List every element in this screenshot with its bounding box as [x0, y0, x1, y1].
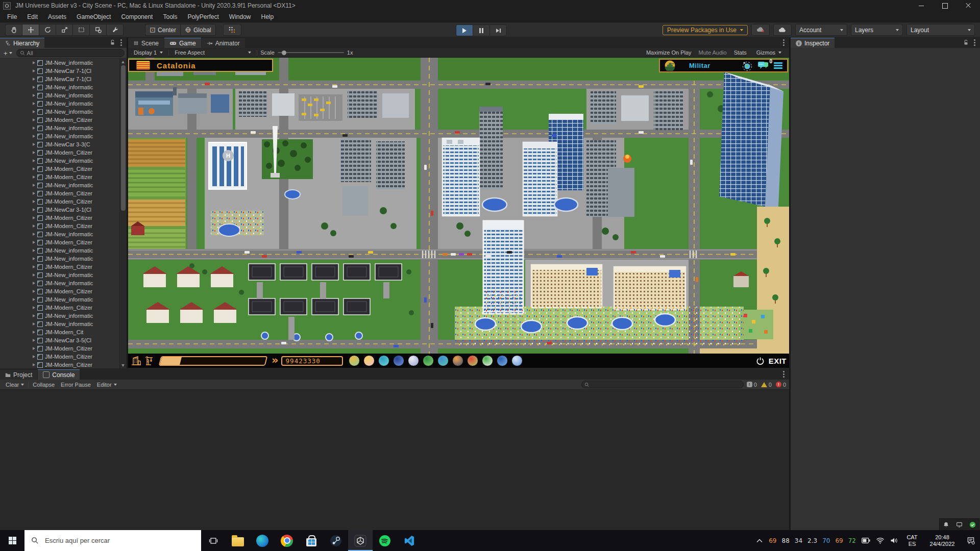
volume-icon[interactable] [887, 530, 901, 551]
maximize-on-play-toggle[interactable]: Maximize On Play [646, 49, 692, 56]
menu-gameobject[interactable]: GameObject [71, 13, 116, 20]
hand-tool-icon[interactable] [5, 24, 22, 36]
economy-globe-icon[interactable] [349, 355, 360, 366]
expand-arrow-icon[interactable] [33, 86, 35, 89]
expand-arrow-icon[interactable] [33, 298, 35, 301]
pivot-global-button[interactable]: Global [180, 24, 216, 36]
space-astronaut-icon[interactable] [408, 355, 419, 366]
step-button[interactable] [489, 24, 507, 36]
expand-arrow-icon[interactable] [33, 322, 35, 325]
menu-component[interactable]: Component [116, 13, 158, 20]
menu-assets[interactable]: Assets [43, 13, 71, 20]
check-circle-icon[interactable] [969, 521, 976, 528]
expand-arrow-icon[interactable] [33, 61, 35, 64]
menu-polyperfect[interactable]: PolyPerfect [182, 13, 224, 20]
microsoft-store-icon[interactable] [299, 530, 324, 551]
tab-animator[interactable]: Animator [202, 38, 245, 48]
preview-packages-button[interactable]: Preview Packages in Use [663, 25, 748, 35]
expand-arrow-icon[interactable] [33, 290, 35, 293]
menu-help[interactable]: Help [256, 13, 279, 20]
city-services-icon[interactable] [497, 355, 508, 366]
tab-scene[interactable]: Scene [128, 38, 164, 48]
collab-icon[interactable] [751, 24, 770, 36]
maximize-icon[interactable] [933, 0, 957, 11]
aspect-dropdown[interactable]: Free Aspect [172, 49, 254, 56]
expand-arrow-icon[interactable] [33, 216, 35, 219]
build-city-icon[interactable] [131, 356, 141, 366]
console-menu-icon[interactable] [783, 373, 785, 375]
custom-tool-icon[interactable] [106, 24, 124, 36]
pause-button[interactable] [473, 24, 489, 36]
hierarchy-item[interactable]: JM-New_informatic [0, 108, 127, 116]
hierarchy-item[interactable]: JM-Modern_Citizer [0, 214, 127, 222]
hierarchy-menu-icon[interactable] [120, 42, 122, 43]
technology-chip-icon[interactable] [393, 355, 404, 366]
scale-tool-icon[interactable] [56, 24, 72, 36]
scroll-up-icon[interactable] [121, 61, 125, 63]
hierarchy-item[interactable]: JM-New_informatic [0, 230, 127, 238]
unity-editor-icon[interactable] [348, 530, 373, 551]
account-dropdown[interactable]: Account [795, 24, 847, 36]
expand-arrow-icon[interactable] [33, 135, 35, 138]
console-search-field[interactable] [591, 381, 741, 388]
stats-toggle[interactable]: Stats [734, 49, 747, 56]
hierarchy-item[interactable]: JM-New_informatic [0, 279, 127, 287]
play-button[interactable] [456, 24, 473, 36]
hierarchy-item[interactable]: JM-Modern_Citizer [0, 238, 127, 246]
world-map-icon[interactable] [437, 355, 449, 366]
collapse-toggle[interactable]: Collapse [30, 381, 58, 388]
clock[interactable]: 20:48 24/4/2022 [923, 534, 962, 547]
hierarchy-item[interactable]: JM-New_informatic [0, 271, 127, 279]
start-button[interactable] [0, 530, 24, 551]
hierarchy-item[interactable]: JM-New_informatic [0, 181, 127, 189]
city-render[interactable]: H [128, 58, 789, 368]
tab-hierarchy[interactable]: Hierarchy [0, 38, 44, 48]
hierarchy-item[interactable]: JM-New_informatic [0, 99, 127, 108]
lock-icon[interactable] [110, 39, 115, 45]
expand-arrow-icon[interactable] [33, 314, 35, 317]
agriculture-icon[interactable] [423, 355, 434, 366]
expand-arrow-icon[interactable] [33, 363, 35, 366]
faction-panel[interactable]: Militar 0 [659, 59, 788, 72]
hierarchy-item[interactable]: JM-Modern_Citizer [0, 361, 127, 369]
hierarchy-item[interactable]: JM-Modern_Citizer [0, 263, 127, 271]
console-search-input[interactable] [581, 381, 744, 388]
menu-file[interactable]: File [2, 13, 22, 20]
hierarchy-item[interactable]: JM-NewCar 3-1(Cl [0, 206, 127, 214]
hierarchy-item[interactable]: JM-Modern_Citizer [0, 304, 127, 312]
statistics-chart-icon[interactable] [482, 355, 493, 366]
expand-arrow-icon[interactable] [33, 249, 35, 252]
expand-arrow-icon[interactable] [33, 176, 35, 179]
expand-arrow-icon[interactable] [33, 306, 35, 309]
wifi-icon[interactable] [873, 530, 887, 551]
tab-inspector[interactable]: i Inspector [791, 38, 835, 48]
inspector-menu-icon[interactable] [974, 42, 975, 43]
hierarchy-item[interactable]: JM-Modern_Citizer [0, 287, 127, 295]
layout-dropdown[interactable]: Layout [906, 24, 975, 36]
rect-tool-icon[interactable] [72, 24, 89, 36]
hierarchy-item[interactable]: JM-New_informatic [0, 255, 127, 263]
notification-muted-icon[interactable] [943, 521, 949, 528]
hierarchy-item[interactable]: JM-Modern_Citizer [0, 197, 127, 206]
minimize-icon[interactable] [910, 0, 933, 11]
hierarchy-item[interactable]: JM-Modern_Citizer [0, 165, 127, 173]
hierarchy-item[interactable]: JM-Modern_Citizer [0, 222, 127, 230]
hierarchy-item[interactable]: JM-Modern_Citizer [0, 148, 127, 157]
menu-window[interactable]: Window [224, 13, 256, 20]
expand-arrow-icon[interactable] [33, 118, 35, 121]
hierarchy-scrollbar[interactable] [119, 59, 127, 369]
exit-button[interactable]: EXIT [756, 357, 789, 365]
info-filter-badge[interactable]: !0 [747, 382, 757, 388]
hierarchy-item[interactable]: JM-Modern_Citizer [0, 189, 127, 197]
expand-arrow-icon[interactable] [33, 233, 35, 236]
scale-slider[interactable] [278, 52, 344, 53]
grid-snapping-button[interactable] [223, 24, 241, 36]
expand-arrow-icon[interactable] [33, 339, 35, 342]
clear-button[interactable]: Clear [3, 381, 27, 388]
hierarchy-item[interactable]: JM-New_informatic [0, 246, 127, 255]
world-finance-icon[interactable] [378, 355, 389, 366]
transform-tool-icon[interactable] [89, 24, 106, 36]
hierarchy-item[interactable]: JM-Modern_Citizer [0, 173, 127, 181]
file-explorer-icon[interactable] [226, 530, 250, 551]
expand-arrow-icon[interactable] [33, 282, 35, 285]
